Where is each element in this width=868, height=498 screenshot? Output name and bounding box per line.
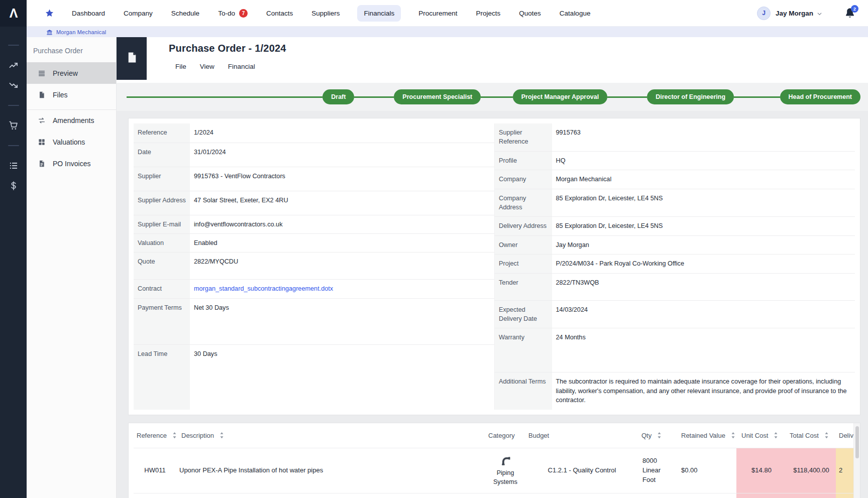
detail-label: Profile — [495, 151, 552, 170]
nav-item[interactable]: Financials — [357, 5, 401, 22]
table-row[interactable]: HW011 Uponor PEX-A Pipe Installation of … — [134, 448, 856, 493]
table-scrollbar[interactable] — [853, 423, 860, 498]
app-logo[interactable]: Λ — [0, 0, 27, 27]
notification-count-badge: 2 — [851, 5, 858, 13]
breadcrumb[interactable]: Morgan Mechanical — [27, 27, 868, 37]
workflow-step-pill[interactable]: Procurement Specialist — [394, 89, 481, 104]
detail-value: P/2024/M034 - Park Royal Co-Working Offi… — [552, 255, 855, 273]
detail-value: 2822/MYQCDU — [190, 253, 494, 280]
sidebar-item-label: PO Invoices — [53, 160, 90, 168]
nav-item[interactable]: Quotes — [518, 5, 542, 22]
detail-row: Profile HQ — [495, 151, 855, 170]
trend-up-icon[interactable] — [8, 60, 19, 71]
item-total-cost: $118,400.00 — [787, 448, 836, 493]
item-reference: CW012 — [134, 493, 176, 498]
column-header[interactable]: Budget — [525, 423, 638, 448]
column-header[interactable]: Retained Value — [676, 423, 736, 448]
detail-label: Supplier E-mail — [134, 215, 190, 233]
item-budget: C1.2.1 - Quality Control — [525, 448, 638, 493]
nav-item[interactable]: Dashboard — [71, 5, 106, 22]
column-header[interactable]: Reference — [134, 423, 176, 448]
detail-value: HQ — [552, 151, 855, 170]
item-total-cost: $118,200.00 — [787, 493, 836, 498]
chevron-down-icon[interactable] — [816, 10, 823, 17]
detail-row: Payment Terms Net 30 Days — [134, 298, 494, 344]
nav-item[interactable]: To-do 7 — [217, 5, 249, 22]
avatar-initial: J — [762, 10, 766, 17]
details-table-right: Supplier Reference 9915763 Profile HQ — [494, 123, 855, 410]
detail-label: Payment Terms — [134, 298, 190, 344]
rail-divider — [8, 140, 19, 151]
menu-item[interactable]: View — [200, 63, 214, 70]
detail-label: Company — [495, 170, 552, 189]
sort-icon[interactable] — [172, 432, 176, 439]
table-body: HW011 Uponor PEX-A Pipe Installation of … — [134, 448, 856, 498]
nav-item[interactable]: Suppliers — [310, 5, 341, 22]
notifications-button[interactable]: 2 — [844, 7, 856, 19]
top-bar: Dashboard Company Schedule To-do — [27, 0, 868, 27]
sidebar-item-po-invoices[interactable]: PO Invoices — [27, 153, 116, 174]
workflow-step: Project Manager Approval — [481, 89, 607, 104]
content-scroll-area[interactable]: Reference 1/2024 Date 31/01/2024 — [117, 111, 868, 498]
table-row[interactable]: CW012 Aquatherm Green Pipe Installation … — [134, 493, 856, 498]
nav-item[interactable]: Catalogue — [559, 5, 592, 22]
nav-item-label: Catalogue — [560, 10, 591, 17]
dollar-icon[interactable] — [8, 180, 19, 191]
sidebar-item-preview[interactable]: Preview — [27, 62, 116, 84]
topbar-right: J Jay Morgan 2 — [757, 7, 856, 20]
app-window: Λ Dashboard Company — [0, 0, 868, 498]
favorites-star-icon[interactable] — [45, 9, 54, 18]
detail-value: Net 30 Days — [190, 298, 494, 344]
sort-icon[interactable] — [220, 432, 224, 439]
menu-item[interactable]: Financial — [228, 63, 255, 70]
column-header[interactable]: Deliv — [836, 423, 856, 448]
detail-label: Supplier — [134, 167, 190, 191]
sidebar-item-amendments[interactable]: Amendments — [27, 109, 116, 131]
workflow-step-pill[interactable]: Project Manager Approval — [513, 89, 607, 104]
menu-item[interactable]: File — [175, 63, 186, 70]
column-header[interactable]: Unit Cost — [736, 423, 787, 448]
nav-item[interactable]: Contacts — [265, 5, 294, 22]
user-name[interactable]: Jay Morgan — [776, 10, 813, 17]
column-header-label: Deliv — [839, 432, 853, 439]
detail-row: Supplier E-mail info@ventflowcontractors… — [134, 215, 494, 233]
column-header[interactable]: Category — [485, 423, 525, 448]
sidebar-item-valuations[interactable]: Valuations — [27, 131, 116, 153]
sidebar-item-files[interactable]: Files — [27, 84, 116, 105]
column-header[interactable]: Qty — [638, 423, 676, 448]
workflow-step: Director of Engineering — [607, 89, 734, 104]
nav-item[interactable]: Company — [123, 5, 154, 22]
scrollbar-thumb[interactable] — [855, 426, 859, 458]
sort-icon[interactable] — [657, 432, 662, 439]
column-header-label: Qty — [641, 432, 652, 439]
trend-down-icon[interactable] — [8, 80, 19, 91]
divider-line — [8, 40, 19, 51]
cart-icon[interactable] — [8, 120, 19, 131]
column-header[interactable]: Total Cost — [787, 423, 836, 448]
detail-value: 30 Days — [190, 344, 494, 409]
sort-icon[interactable] — [824, 432, 829, 439]
column-header[interactable]: Description — [176, 423, 485, 448]
user-avatar[interactable]: J — [757, 7, 771, 20]
workflow-step-pill[interactable]: Draft — [322, 89, 354, 104]
workflow-step-pill[interactable]: Director of Engineering — [647, 89, 734, 104]
nav-item[interactable]: Schedule — [170, 5, 200, 22]
sort-icon[interactable] — [774, 432, 778, 439]
workflow-step-pill[interactable]: Head of Procurement — [780, 89, 860, 104]
detail-row: Supplier 9915763 - VentFlow Contractors — [134, 167, 494, 191]
sort-icon[interactable] — [731, 432, 735, 439]
detail-value: 9915763 - VentFlow Contractors — [190, 167, 494, 191]
detail-label: Warranty — [495, 328, 552, 372]
detail-label: Owner — [495, 235, 552, 254]
sidebar-item-label: Valuations — [53, 138, 85, 146]
grid — [38, 138, 46, 146]
nav-item[interactable]: Procurement — [417, 5, 458, 22]
detail-label: Tender — [495, 273, 552, 300]
detail-value: 2822/TN3WQB — [552, 273, 855, 300]
nav-item[interactable]: Projects — [475, 5, 502, 22]
detail-row: Additional Terms The subcontractor is re… — [495, 372, 855, 410]
detail-row: Contract morgan_standard_subcontractinga… — [134, 280, 494, 298]
item-delivery: 2 — [836, 448, 856, 493]
list-icon[interactable] — [8, 160, 19, 171]
top-navigation: Dashboard Company Schedule To-do — [71, 5, 591, 22]
